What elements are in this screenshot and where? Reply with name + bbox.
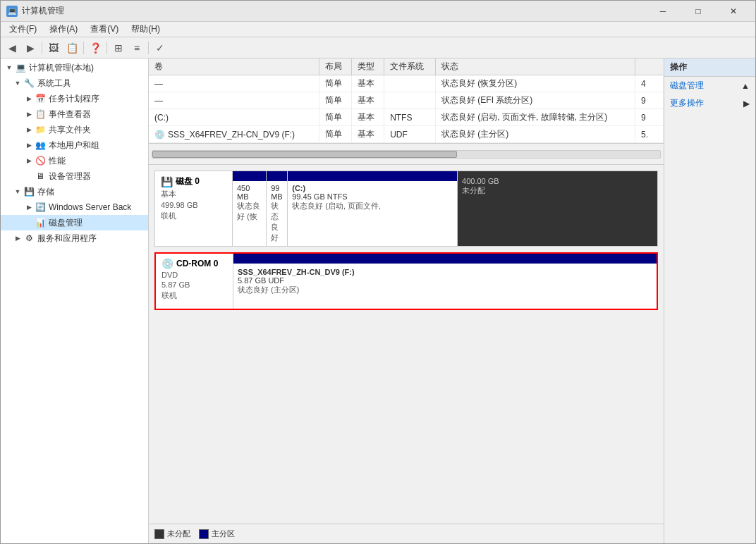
cell-type: 基本 [352, 109, 384, 126]
sidebar-wsb-label: Windows Server Back [49, 202, 131, 212]
legend-unalloc-box [154, 529, 164, 539]
sidebar-root[interactable]: ▼ 💻 计算机管理(本地) [1, 60, 148, 75]
cdrom0-partition[interactable]: SSS_X64FREV_ZH-CN_DV9 (F:) 5.87 GB UDF 状… [233, 254, 657, 309]
list-view-button[interactable]: ≡ [128, 39, 145, 56]
dev-expand [23, 171, 35, 182]
col-volume[interactable]: 卷 [149, 58, 319, 75]
table-row[interactable]: — 简单 基本 状态良好 (EFI 系统分区) 9 [149, 92, 664, 109]
forward-button[interactable]: ▶ [22, 39, 39, 56]
disk0-type: 基本 [161, 189, 226, 199]
partition-efi[interactable]: 99 MB 状态良好 [267, 171, 288, 246]
part-c-label: (C:) [292, 184, 453, 192]
sidebar-device-manager[interactable]: 🖥 设备管理器 [1, 168, 148, 184]
cell-layout: 简单 [319, 126, 352, 143]
h-scrollbar-thumb[interactable] [152, 151, 457, 158]
maximize-button[interactable]: □ [682, 1, 714, 22]
table-row[interactable]: (C:) 简单 基本 NTFS 状态良好 (启动, 页面文件, 故障转储, 主分… [149, 109, 664, 126]
sidebar-shared-label: 共享文件夹 [49, 124, 91, 136]
check-button[interactable]: ✓ [152, 39, 169, 56]
cell-status: 状态良好 (启动, 页面文件, 故障转储, 主分区) [436, 109, 635, 126]
main-content: ▼ 💻 计算机管理(本地) ▼ 🔧 系统工具 ▶ 📅 任务计划程序 ▶ 📋 事件… [1, 58, 755, 543]
menu-file[interactable]: 文件(F) [4, 22, 42, 37]
cdrom0-volume-label: SSS_X64FREV_ZH-CN_DV9 (F:) [238, 268, 652, 276]
sidebar-users-label: 本地用户和组 [49, 140, 99, 152]
right-panel-disk-mgmt[interactable]: 磁盘管理 ▲ [664, 77, 755, 94]
storage-expand: ▼ [12, 186, 23, 197]
settings-button[interactable]: ⊞ [110, 39, 127, 56]
task-expand: ▶ [23, 93, 35, 104]
window-title: 计算机管理 [22, 5, 64, 17]
close-button[interactable]: ✕ [717, 1, 750, 22]
back-button[interactable]: ◀ [4, 39, 20, 56]
legend-unallocated: 未分配 [154, 528, 190, 539]
menu-bar: 文件(F) 操作(A) 查看(V) 帮助(H) [1, 22, 755, 37]
tools-icon: 🔧 [23, 78, 35, 89]
dev-icon: 🖥 [35, 171, 46, 182]
right-panel: 操作 磁盘管理 ▲ 更多操作 ▶ [664, 58, 755, 543]
sidebar-task-scheduler[interactable]: ▶ 📅 任务计划程序 [1, 91, 148, 106]
partition-unallocated[interactable]: 400.00 GB 未分配 [458, 171, 657, 246]
h-scrollbar-track[interactable] [152, 150, 661, 159]
table-row[interactable]: 💿SSS_X64FREV_ZH-CN_DV9 (F:) 简单 基本 UDF 状态… [149, 126, 664, 143]
disk-table: 卷 布局 类型 文件系统 状态 — 简单 基本 [149, 58, 664, 143]
sidebar-services[interactable]: ▶ ⚙ 服务和应用程序 [1, 230, 148, 246]
sidebar-system-tools[interactable]: ▼ 🔧 系统工具 [1, 75, 148, 91]
cell-layout: 简单 [319, 109, 352, 126]
col-type[interactable]: 类型 [352, 58, 384, 75]
sidebar-dev-label: 设备管理器 [49, 171, 91, 183]
perf-icon: 🚫 [35, 155, 46, 166]
svc-icon: ⚙ [23, 233, 35, 244]
content-pane: 卷 布局 类型 文件系统 状态 — 简单 基本 [149, 58, 664, 543]
cdrom0-status: 联机 [161, 290, 227, 301]
sidebar-local-users[interactable]: ▶ 👥 本地用户和组 [1, 137, 148, 153]
perf-expand: ▶ [23, 155, 35, 166]
table-row[interactable]: — 简单 基本 状态良好 (恢复分区) 4 [149, 75, 664, 92]
folder-icon: 📁 [35, 124, 46, 135]
storage-icon: 💾 [23, 186, 35, 197]
legend-primary: 主分区 [199, 528, 235, 539]
menu-view[interactable]: 查看(V) [85, 22, 124, 37]
sidebar-disk-management[interactable]: 📊 磁盘管理 [1, 215, 148, 230]
cell-size: 9 [635, 92, 664, 109]
root-expand-icon: ▼ [4, 62, 15, 73]
cell-name: — [149, 92, 319, 109]
menu-help[interactable]: 帮助(H) [126, 22, 166, 37]
cell-name: (C:) [149, 109, 319, 126]
sidebar-shared-folders[interactable]: ▶ 📁 共享文件夹 [1, 122, 148, 137]
part-c-status: 状态良好 (启动, 页面文件, [292, 201, 453, 211]
help-icon-button[interactable]: ❓ [87, 39, 104, 56]
sidebar-windows-server-back[interactable]: ▶ 🔄 Windows Server Back [1, 199, 148, 215]
menu-action[interactable]: 操作(A) [44, 22, 83, 37]
toolbar-sep-4 [148, 42, 149, 54]
part-recovery-status: 状态良好 (恢 [237, 201, 262, 222]
disk0-name: 💾 磁盘 0 [161, 175, 226, 187]
cd-icon: 💿 [154, 130, 165, 140]
col-filesystem[interactable]: 文件系统 [384, 58, 436, 75]
cell-layout: 简单 [319, 75, 352, 92]
sidebar-event-viewer[interactable]: ▶ 📋 事件查看器 [1, 106, 148, 122]
wsb-expand: ▶ [23, 202, 35, 213]
show-hide-button[interactable]: 📋 [63, 39, 80, 56]
sidebar-storage[interactable]: ▼ 💾 存储 [1, 184, 148, 199]
part-efi-status: 状态良好 [271, 201, 283, 243]
cdrom0-partitions: SSS_X64FREV_ZH-CN_DV9 (F:) 5.87 GB UDF 状… [233, 254, 657, 309]
col-layout[interactable]: 布局 [319, 58, 352, 75]
disk0-size: 499.98 GB [161, 201, 226, 209]
toolbar-sep-1 [42, 42, 42, 54]
col-extra[interactable] [635, 58, 664, 75]
minimize-button[interactable]: ─ [647, 1, 679, 22]
col-status[interactable]: 状态 [436, 58, 635, 75]
disk0-partitions: 450 MB 状态良好 (恢 99 MB 状态良好 (C:) [233, 171, 657, 246]
partition-c[interactable]: (C:) 99.45 GB NTFS 状态良好 (启动, 页面文件, [288, 171, 458, 246]
cdrom0-info: 💿 CD-ROM 0 DVD 5.87 GB 联机 [156, 254, 233, 309]
disk0-icon: 💾 [161, 176, 173, 187]
partition-recovery[interactable]: 450 MB 状态良好 (恢 [233, 171, 267, 246]
more-actions-arrow: ▶ [743, 99, 750, 109]
sidebar-perf-label: 性能 [49, 155, 66, 167]
sidebar-performance[interactable]: ▶ 🚫 性能 [1, 153, 148, 168]
right-panel-more-actions[interactable]: 更多操作 ▶ [664, 94, 755, 112]
cell-name: 💿SSS_X64FREV_ZH-CN_DV9 (F:) [149, 126, 319, 143]
up-button[interactable]: 🖼 [45, 39, 62, 56]
h-scrollbar-container [149, 143, 664, 164]
toolbar-sep-2 [83, 42, 84, 54]
